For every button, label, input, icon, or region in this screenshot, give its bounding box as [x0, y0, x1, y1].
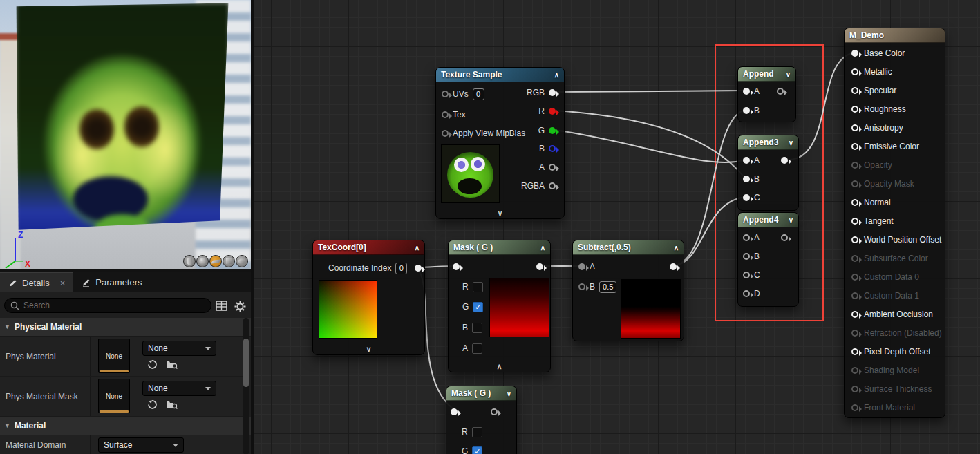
- append-output[interactable]: [777, 85, 784, 97]
- collapse-icon[interactable]: ∧: [540, 240, 545, 255]
- phys-material-thumbnail[interactable]: None: [98, 339, 130, 373]
- texcoord-output[interactable]: [415, 262, 422, 274]
- pin-rgb[interactable]: [549, 89, 556, 96]
- result-pin-pixel-depth-offset[interactable]: Pixel Depth Offset: [851, 345, 931, 359]
- subtract-output[interactable]: [670, 261, 677, 273]
- search-box[interactable]: [4, 298, 211, 313]
- result-pin-specular[interactable]: Specular: [851, 84, 896, 97]
- pin-out[interactable]: [670, 263, 677, 270]
- result-pin-anisotropy[interactable]: Anisotropy: [851, 121, 903, 135]
- node-header[interactable]: Subtract(,0.5) ∧: [573, 240, 684, 255]
- pin-a[interactable]: [743, 88, 750, 95]
- expand-icon[interactable]: ∨: [789, 213, 793, 227]
- node-mask-g[interactable]: Mask ( G ) ∧ R G ✓ B A ∧: [448, 240, 551, 372]
- search-input[interactable]: [23, 301, 182, 310]
- collapse-icon[interactable]: ∧: [674, 240, 679, 255]
- material-domain-dropdown[interactable]: Surface: [98, 437, 184, 453]
- details-scrollbar-thumb[interactable]: [243, 339, 249, 387]
- browse-asset-icon[interactable]: [166, 359, 178, 370]
- result-pin-ambient-occlusion[interactable]: Ambient Occlusion: [851, 308, 933, 321]
- pin-tex[interactable]: [442, 111, 449, 118]
- result-pin-world-position-offset[interactable]: World Position Offset: [851, 233, 941, 247]
- pin[interactable]: [851, 311, 858, 318]
- pin[interactable]: [851, 348, 858, 355]
- collapse-icon[interactable]: ∧: [449, 362, 550, 371]
- mask-output[interactable]: [536, 261, 543, 273]
- pin-out[interactable]: [781, 157, 788, 164]
- output-b[interactable]: B: [539, 142, 556, 155]
- node-mask-g-2[interactable]: Mask ( G ) ∨ R G ✓: [446, 386, 517, 454]
- pin-a[interactable]: [743, 157, 750, 164]
- append3-input-c[interactable]: C: [743, 191, 760, 204]
- result-pin-emissive-color[interactable]: Emissive Color: [851, 140, 919, 153]
- node-texcoord[interactable]: TexCoord[0] ∧ Coordinate Index 0 ∨: [312, 240, 425, 355]
- channel-a-checkbox[interactable]: [472, 343, 482, 354]
- collapse-icon[interactable]: ∧: [415, 240, 420, 255]
- node-append4[interactable]: Append4 ∨ A B C D: [737, 212, 799, 307]
- input-mipbias[interactable]: Apply View MipBias: [442, 127, 525, 140]
- collapse-icon[interactable]: ∧: [554, 68, 559, 82]
- append3-input-a[interactable]: A: [743, 154, 760, 167]
- pin[interactable]: [851, 236, 858, 243]
- append4-input-c[interactable]: C: [743, 269, 760, 281]
- pin-b[interactable]: [743, 107, 750, 114]
- result-pin-normal[interactable]: Normal: [851, 196, 891, 209]
- use-selected-asset-icon[interactable]: [147, 359, 158, 370]
- close-icon[interactable]: ×: [60, 278, 66, 288]
- pin-mipbias[interactable]: [442, 130, 449, 137]
- append4-input-a[interactable]: A: [743, 231, 760, 244]
- expand-icon[interactable]: ∨: [786, 67, 791, 82]
- pin-b[interactable]: [743, 176, 750, 182]
- use-selected-asset-icon[interactable]: [147, 399, 158, 410]
- pin-out[interactable]: [415, 265, 422, 272]
- browse-asset-icon[interactable]: [166, 399, 178, 410]
- shape-teapot-button[interactable]: [236, 255, 248, 267]
- pin-b[interactable]: [549, 145, 556, 152]
- pin-a[interactable]: [549, 164, 556, 171]
- node-header[interactable]: TexCoord[0] ∧: [313, 240, 424, 255]
- tab-details[interactable]: Details ×: [0, 272, 73, 292]
- mask-input[interactable]: [453, 261, 460, 273]
- pin-a[interactable]: [578, 263, 585, 270]
- expand-icon[interactable]: ∨: [507, 386, 511, 401]
- append3-output[interactable]: [781, 154, 788, 167]
- output-a[interactable]: A: [539, 161, 556, 173]
- node-header[interactable]: Append3 ∨: [738, 135, 798, 150]
- node-header[interactable]: Texture Sample ∧: [436, 68, 564, 82]
- node-header[interactable]: Append4 ∨: [738, 213, 798, 227]
- output-rgb[interactable]: RGB: [527, 86, 556, 99]
- coordinate-index-value[interactable]: 0: [395, 263, 407, 274]
- result-pin-metallic[interactable]: Metallic: [851, 65, 892, 79]
- pin-b[interactable]: [578, 283, 585, 290]
- channel-r-checkbox[interactable]: [472, 427, 482, 437]
- gear-icon[interactable]: [234, 301, 246, 312]
- pin-rgba[interactable]: [549, 182, 556, 189]
- append4-output[interactable]: [781, 231, 788, 244]
- append4-input-d[interactable]: D: [743, 287, 760, 300]
- input-uvs[interactable]: UVs 0: [442, 88, 484, 100]
- expand-icon[interactable]: ∨: [313, 345, 424, 354]
- output-rgba[interactable]: RGBA: [521, 180, 556, 192]
- node-material-result[interactable]: M_Demo Base Color Metallic Specular Roug…: [844, 28, 945, 418]
- pin[interactable]: [851, 87, 858, 94]
- pin-c[interactable]: [743, 194, 750, 201]
- pin-c[interactable]: [743, 272, 750, 278]
- node-header[interactable]: Append ∨: [738, 67, 795, 82]
- channel-r-checkbox[interactable]: [473, 282, 483, 292]
- channel-g-checkbox[interactable]: ✓: [473, 302, 483, 312]
- pin-uvs[interactable]: [442, 91, 449, 97]
- shape-cylinder-button[interactable]: [183, 255, 196, 267]
- channel-g-checkbox[interactable]: ✓: [472, 446, 482, 454]
- pin[interactable]: [851, 50, 858, 57]
- pin[interactable]: [851, 68, 858, 75]
- section-material[interactable]: ▼ Material: [0, 417, 251, 435]
- result-pin-tangent[interactable]: Tangent: [851, 214, 894, 228]
- mask2-input[interactable]: [451, 406, 458, 418]
- pin-a[interactable]: [743, 234, 750, 241]
- result-pin-roughness[interactable]: Roughness: [851, 102, 906, 116]
- tab-parameters[interactable]: Parameters: [73, 272, 150, 292]
- uvs-value-box[interactable]: 0: [473, 88, 484, 100]
- phys-material-mask-dropdown[interactable]: None: [142, 381, 216, 396]
- pin[interactable]: [851, 143, 858, 150]
- result-pin-base-color[interactable]: Base Color: [851, 46, 905, 60]
